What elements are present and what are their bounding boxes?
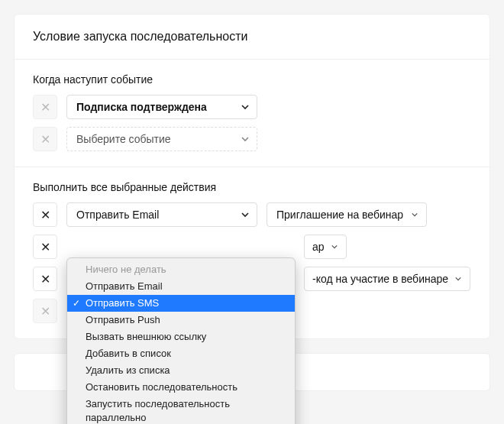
action-row: ✕ ар Ничего не делатьОтправить EmailОтпр… — [33, 235, 471, 259]
remove-action-button[interactable]: ✕ — [33, 267, 57, 291]
event-select[interactable]: Подписка подтверждена — [66, 95, 257, 119]
remove-action-button[interactable]: ✕ — [33, 299, 57, 323]
dropdown-item[interactable]: Запустить последовательность параллельно — [67, 396, 295, 424]
sequence-trigger-panel: Условие запуска последовательности Когда… — [14, 14, 490, 339]
remove-action-button[interactable]: ✕ — [33, 202, 57, 227]
chevron-down-icon — [240, 134, 250, 144]
action-select[interactable]: Отправить Email — [66, 202, 257, 227]
action-dropdown[interactable]: Ничего не делатьОтправить EmailОтправить… — [66, 257, 296, 424]
action-param-select-partial[interactable]: -код на участие в вебинаре — [304, 267, 470, 291]
events-heading: Когда наступит событие — [33, 73, 471, 86]
close-icon: ✕ — [40, 132, 50, 147]
action-param-select[interactable]: Приглашение на вебинар — [267, 202, 427, 227]
dropdown-item[interactable]: Остановить последовательность — [67, 379, 295, 396]
dropdown-item[interactable]: Отправить SMS — [67, 295, 295, 312]
close-icon: ✕ — [40, 208, 50, 222]
close-icon: ✕ — [40, 304, 50, 319]
dropdown-item[interactable]: Добавить в список — [67, 345, 295, 362]
dropdown-item[interactable]: Отправить Email — [67, 278, 295, 295]
action-param-tail: -код на участие в вебинаре — [312, 273, 448, 285]
action-param-tail: ар — [312, 241, 325, 253]
event-select-placeholder-label: Выберите событие — [76, 133, 171, 145]
chevron-down-icon — [329, 241, 340, 252]
actions-heading: Выполнить все выбранные действия — [33, 181, 471, 193]
action-param-select-partial[interactable]: ар — [304, 235, 347, 259]
action-param-value: Приглашение на вебинар — [276, 209, 403, 221]
close-icon: ✕ — [40, 272, 50, 286]
actions-section: Выполнить все выбранные действия ✕ Отпра… — [15, 167, 489, 338]
event-select-placeholder[interactable]: Выберите событие — [66, 127, 257, 151]
event-row: ✕ Подписка подтверждена — [33, 95, 471, 119]
chevron-down-icon — [240, 209, 250, 220]
chevron-down-icon — [409, 209, 420, 220]
action-select-value: Отправить Email — [76, 209, 159, 221]
remove-action-button[interactable]: ✕ — [33, 235, 57, 259]
dropdown-item[interactable]: Ничего не делать — [67, 261, 295, 278]
action-row: ✕ Отправить Email Приглашение на вебинар — [33, 202, 471, 227]
chevron-down-icon — [453, 273, 464, 284]
dropdown-item[interactable]: Удалить из списка — [67, 362, 295, 379]
dropdown-item[interactable]: Отправить Push — [67, 312, 295, 329]
dropdown-item[interactable]: Вызвать внешнюю ссылку — [67, 329, 295, 345]
panel-title: Условие запуска последовательности — [15, 15, 489, 60]
close-icon: ✕ — [40, 100, 50, 115]
event-row-placeholder: ✕ Выберите событие — [33, 127, 471, 151]
event-select-value: Подписка подтверждена — [76, 101, 207, 113]
close-icon: ✕ — [40, 240, 50, 254]
remove-event-button[interactable]: ✕ — [33, 127, 57, 151]
remove-event-button[interactable]: ✕ — [33, 95, 57, 119]
chevron-down-icon — [240, 102, 250, 112]
events-section: Когда наступит событие ✕ Подписка подтве… — [15, 60, 489, 167]
